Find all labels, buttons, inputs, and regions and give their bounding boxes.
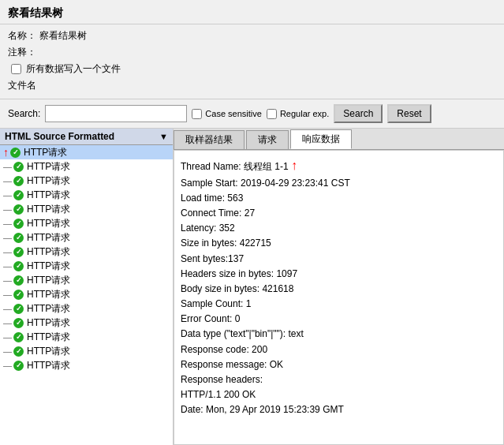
tab-2[interactable]: 响应数据	[290, 129, 352, 149]
tree-dash: —	[3, 176, 12, 185]
file-label: 文件名	[8, 79, 36, 92]
tree-dash: —	[3, 247, 12, 256]
left-panel: HTML Source Formatted ▼ ↑HTTP请求—HTTP请求—H…	[0, 129, 174, 445]
tree-item-label: HTTP请求	[27, 274, 70, 287]
panel-expand-icon[interactable]: ▼	[159, 132, 168, 141]
tree-item-label: HTTP请求	[27, 359, 70, 372]
tree-item[interactable]: —HTTP请求	[0, 188, 173, 202]
tree-dash: —	[3, 346, 12, 356]
search-button[interactable]: Search	[334, 104, 383, 123]
tree-item-label: HTTP请求	[27, 260, 70, 273]
panel-header-title: HTML Source Formatted	[5, 131, 114, 142]
search-bar: Search: Case sensitive Regular exp. Sear…	[0, 99, 504, 129]
page-title: 察看结果树	[8, 6, 496, 21]
status-icon	[13, 304, 24, 314]
status-icon	[10, 148, 21, 158]
tree-dash: —	[3, 318, 12, 327]
content-line: Date: Mon, 29 Apr 2019 15:23:39 GMT	[181, 402, 497, 417]
content-line: Latency: 352	[181, 221, 497, 236]
tree-item[interactable]: —HTTP请求	[0, 358, 173, 372]
tree-item[interactable]: —HTTP请求	[0, 330, 173, 344]
tree-item[interactable]: —HTTP请求	[0, 174, 173, 188]
status-icon	[13, 346, 24, 357]
tree-item-label: HTTP请求	[27, 302, 70, 316]
tree-item[interactable]: ↑HTTP请求	[0, 145, 173, 159]
content-line: Body size in bytes: 421618	[181, 282, 497, 297]
tree-item-label: HTTP请求	[27, 345, 70, 358]
status-icon	[13, 261, 24, 271]
tree-item-label: HTTP请求	[27, 288, 70, 301]
tree-item-label: HTTP请求	[27, 189, 70, 202]
tree-item[interactable]: —HTTP请求	[0, 287, 173, 301]
tree-item-label: HTTP请求	[27, 316, 70, 330]
content-line: Headers size in bytes: 1097	[181, 267, 497, 282]
tree-dash: —	[3, 162, 12, 171]
tree-item-label: HTTP请求	[27, 231, 70, 245]
tree-item[interactable]: —HTTP请求	[0, 245, 173, 259]
title-bar: 察看结果树	[0, 0, 504, 24]
tree-dash: —	[3, 332, 12, 342]
tree-item[interactable]: —HTTP请求	[0, 159, 173, 174]
tab-1[interactable]: 请求	[246, 130, 289, 149]
status-icon	[13, 275, 24, 286]
comment-row: 注释：	[8, 46, 496, 59]
case-sensitive-group: Case sensitive	[192, 109, 262, 119]
tree-dash: —	[3, 361, 12, 370]
status-icon	[13, 176, 24, 186]
name-row: 名称： 察看结果树	[8, 29, 496, 43]
comment-label: 注释：	[8, 46, 39, 59]
write-file-label: 所有数据写入一个文件	[26, 62, 121, 76]
case-sensitive-checkbox[interactable]	[192, 109, 202, 119]
search-input[interactable]	[45, 105, 187, 122]
file-row: 文件名	[8, 79, 496, 92]
tree-item-label: HTTP请求	[27, 203, 70, 216]
content-line: Connect Time: 27	[181, 206, 497, 221]
reset-button[interactable]: Reset	[387, 104, 431, 123]
tree-item[interactable]: —HTTP请求	[0, 216, 173, 230]
content-line: HTTP/1.1 200 OK	[181, 387, 497, 402]
tree-dash: —	[3, 275, 12, 285]
form-section: 名称： 察看结果树 注释： 所有数据写入一个文件 文件名	[0, 24, 504, 99]
tree-item[interactable]: —HTTP请求	[0, 259, 173, 273]
tree-list[interactable]: ↑HTTP请求—HTTP请求—HTTP请求—HTTP请求—HTTP请求—HTTP…	[0, 145, 173, 445]
tree-dash: —	[3, 261, 12, 271]
case-sensitive-label: Case sensitive	[205, 109, 262, 118]
status-icon	[13, 290, 24, 300]
content-line: Thread Name: 线程组 1-1 ↑	[181, 155, 497, 176]
tree-dash: —	[3, 304, 12, 313]
content-line: Response code: 200	[181, 342, 497, 357]
content-panel: Thread Name: 线程组 1-1 ↑Sample Start: 2019…	[174, 150, 504, 445]
checkbox-row: 所有数据写入一个文件	[8, 62, 496, 76]
write-file-checkbox[interactable]	[11, 64, 21, 74]
status-icon	[13, 318, 24, 328]
status-icon	[13, 190, 24, 200]
name-value: 察看结果树	[39, 29, 87, 43]
tree-item[interactable]: —HTTP请求	[0, 344, 173, 358]
regex-label: Regular exp.	[280, 109, 329, 118]
status-icon	[13, 247, 24, 257]
panel-header: HTML Source Formatted ▼	[0, 129, 173, 145]
tree-item[interactable]: —HTTP请求	[0, 316, 173, 330]
content-line: Sent bytes:137	[181, 252, 497, 267]
tree-dash: —	[3, 233, 12, 242]
tree-dash: —	[3, 290, 12, 299]
tree-item-label: HTTP请求	[24, 146, 67, 159]
tree-item[interactable]: —HTTP请求	[0, 202, 173, 216]
tree-item[interactable]: —HTTP请求	[0, 230, 173, 245]
status-icon	[13, 162, 24, 172]
tree-item-label: HTTP请求	[27, 331, 70, 344]
content-area: HTML Source Formatted ▼ ↑HTTP请求—HTTP请求—H…	[0, 129, 504, 445]
search-label: Search:	[8, 108, 40, 119]
status-icon	[13, 219, 24, 229]
tabs-bar: 取样器结果请求响应数据	[174, 129, 504, 150]
tree-dash: —	[3, 190, 12, 200]
regex-group: Regular exp.	[267, 109, 329, 119]
tree-item[interactable]: —HTTP请求	[0, 301, 173, 316]
tab-0[interactable]: 取样器结果	[174, 130, 245, 149]
tree-item-label: HTTP请求	[27, 245, 70, 259]
content-line: Size in bytes: 422715	[181, 236, 497, 251]
tree-item[interactable]: —HTTP请求	[0, 273, 173, 287]
content-line: Sample Count: 1	[181, 297, 497, 312]
content-line: Sample Start: 2019-04-29 23:23:41 CST	[181, 176, 497, 191]
regex-checkbox[interactable]	[267, 109, 277, 119]
